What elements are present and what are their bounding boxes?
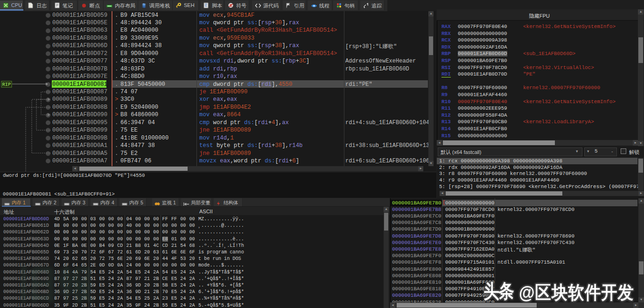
svg-text:RIP: RIP [2,82,11,87]
